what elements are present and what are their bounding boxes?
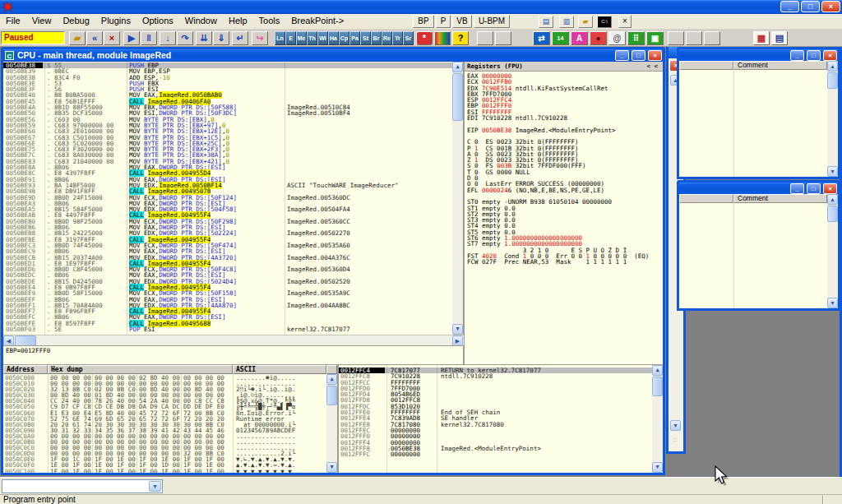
pane-button-pa[interactable]: Pa bbox=[349, 31, 360, 45]
breakpoint-dot-icon[interactable]: ● bbox=[590, 31, 607, 45]
menu-item-breakpoint[interactable]: BreakPoint-> bbox=[285, 14, 349, 29]
window-doc2-icon[interactable]: ▥ bbox=[559, 16, 574, 28]
menu-item-options[interactable]: Options bbox=[136, 14, 179, 29]
menu-p-button[interactable]: P bbox=[436, 15, 451, 28]
pane-button-th[interactable]: Th bbox=[307, 31, 317, 45]
cpu-minimize-button[interactable]: _ bbox=[615, 50, 629, 61]
cpu-maximize-button[interactable]: □ bbox=[632, 50, 645, 61]
menu-close-x-button[interactable]: × bbox=[618, 15, 632, 28]
dump-row[interactable]: 0050C1001F 00 1F 001F 00 1F 001F 00 1F 0… bbox=[3, 469, 326, 474]
menu-item-file[interactable]: File bbox=[0, 14, 26, 29]
comment-mid-vscrollbar[interactable]: ▲ ▼ bbox=[827, 194, 838, 308]
menu-ubpm-button[interactable]: U-BPM bbox=[474, 15, 510, 28]
restore-button[interactable]: □ bbox=[801, 1, 820, 12]
combo-dropdown-icon[interactable]: ▼ bbox=[149, 481, 161, 492]
comment-top-scroll-up[interactable]: ▲ bbox=[827, 61, 838, 72]
cpu-titlebar[interactable]: C CPU - main thread, module ImageRed _ □… bbox=[3, 49, 663, 62]
toolbar-blank-button-4[interactable] bbox=[686, 31, 702, 45]
run-icon[interactable]: ▶ bbox=[123, 31, 140, 45]
comment-mid-scroll-thumb[interactable] bbox=[827, 206, 838, 222]
dump-vscrollbar[interactable]: ▲ ▼ bbox=[326, 374, 337, 473]
info-pane[interactable]: EBP=0012FFF0 bbox=[3, 345, 464, 364]
animate-into-icon[interactable]: ⇊ bbox=[196, 31, 212, 45]
menu-item-help[interactable]: Help bbox=[223, 14, 253, 29]
comment-top-scroll-down[interactable]: ▼ bbox=[827, 166, 838, 177]
registers-header-marks[interactable]: < < bbox=[646, 62, 658, 71]
resize-14-icon[interactable]: 14 bbox=[552, 31, 569, 45]
registers-header[interactable]: Registers (FPU)< < bbox=[465, 62, 663, 72]
toolbar-blank-button-3[interactable] bbox=[668, 31, 684, 45]
stack-scroll-down[interactable]: ▼ bbox=[652, 462, 663, 473]
step-over-icon[interactable]: ↷ bbox=[177, 31, 193, 45]
toolbar-blank-button-5[interactable] bbox=[704, 31, 720, 45]
step-into-icon[interactable]: ↓ bbox=[160, 31, 176, 45]
restart-icon[interactable]: « bbox=[86, 31, 103, 45]
menu-item-debug[interactable]: Debug bbox=[57, 14, 95, 29]
ascii-table-icon[interactable]: A bbox=[571, 31, 588, 45]
comment-top-minimize-button[interactable]: _ bbox=[790, 50, 804, 61]
keypad-icon[interactable]: ⠿ bbox=[627, 31, 645, 45]
register-line[interactable]: EIP 0050BE38 ImageRed.<ModuleEntryPoint> bbox=[465, 127, 663, 133]
disasm-row[interactable]: 0050BF03.5EPOP ESIkernel32.7C817077 bbox=[3, 326, 452, 332]
comment-mid-close-button[interactable]: × bbox=[823, 183, 837, 194]
strip-scroll-down[interactable]: ▼ bbox=[670, 420, 681, 431]
menu-item-window[interactable]: Window bbox=[179, 14, 223, 29]
swap-panes-icon[interactable]: ⇄ bbox=[533, 31, 550, 45]
comment-top-maximize-button[interactable]: □ bbox=[807, 50, 821, 61]
register-line[interactable]: EFL 00000246 (NO,NB,E,BE,NS,PE,GE,LE) bbox=[465, 187, 663, 193]
disasm-scroll-thumb[interactable] bbox=[452, 73, 463, 121]
console-icon[interactable]: C:\ bbox=[597, 16, 612, 28]
menu-vb-button[interactable]: VB bbox=[452, 15, 472, 28]
window-doc-icon[interactable]: ▤ bbox=[539, 16, 553, 28]
disasm-row[interactable]: 0050BEE9.8B0D 58F15000MOV ECX,DWORD PTR … bbox=[3, 290, 452, 296]
pause-icon[interactable]: ‖ bbox=[141, 31, 157, 45]
dump-scroll-down[interactable]: ▼ bbox=[326, 462, 337, 473]
comment-mid-content[interactable] bbox=[679, 203, 827, 308]
disasm-row[interactable]: 0050BE83.C683 21040000 00MOV BYTE PTR DS… bbox=[3, 159, 452, 164]
toolbar-blank-button-2[interactable] bbox=[495, 31, 511, 45]
disasm-scroll-down[interactable]: ▼ bbox=[452, 324, 463, 335]
disasm-vscrollbar[interactable]: ▲ ▼ bbox=[452, 62, 463, 335]
disasm-row[interactable]: 0050BE3E.53PUSH EBX bbox=[3, 81, 452, 86]
disasm-row[interactable]: 0050BEC3.8B0D 74F45000MOV ECX,DWORD PTR … bbox=[3, 243, 452, 248]
pane-button-me[interactable]: Me bbox=[296, 31, 307, 45]
comment-top-content[interactable] bbox=[679, 70, 827, 177]
folder-icon[interactable]: ▰ bbox=[578, 16, 593, 28]
pane-button-e[interactable]: E bbox=[285, 31, 296, 45]
comment-mid-titlebar[interactable]: _ □ × bbox=[679, 183, 838, 195]
menu-bp-button[interactable]: BP bbox=[413, 15, 434, 28]
comment-top-scroll-thumb[interactable] bbox=[827, 72, 838, 89]
disasm-row[interactable]: 0050BE3B.83C4 F0ADD ESP,-10 bbox=[3, 75, 452, 81]
appearance-rainbow-icon[interactable] bbox=[434, 31, 451, 45]
dump-scroll-thumb[interactable] bbox=[326, 386, 337, 405]
disasm-scroll-up[interactable]: ▲ bbox=[452, 62, 463, 72]
disasm-row[interactable]: 0050BE8C.E8 4397F8FFCALL ImageRed.004955… bbox=[3, 170, 452, 176]
pattern-grid-blue-icon[interactable]: ▤ bbox=[771, 31, 788, 45]
comment-mid-scroll-up[interactable]: ▲ bbox=[827, 194, 838, 205]
register-line[interactable]: EDI 7C910228 ntdll.7C910228 bbox=[465, 115, 663, 121]
green-window-icon[interactable]: ▣ bbox=[646, 31, 664, 45]
disasm-row[interactable]: 0050BED6.8B0D C8F45000MOV ECX,DWORD PTR … bbox=[3, 266, 452, 272]
menu-item-tools[interactable]: Tools bbox=[253, 14, 286, 29]
command-combobox[interactable]: ▼ bbox=[2, 479, 163, 493]
comment-top-titlebar[interactable]: _ □ × bbox=[679, 49, 838, 62]
disasm-row[interactable]: 0050BEB0.8B0D 98F25000MOV ECX,DWORD PTR … bbox=[3, 219, 452, 224]
stack-scroll-thumb[interactable] bbox=[652, 377, 663, 396]
minimize-button[interactable]: _ bbox=[780, 1, 799, 12]
comment-mid-minimize-button[interactable]: _ bbox=[790, 183, 804, 194]
spiral-icon[interactable]: @ bbox=[608, 31, 626, 45]
help-icon[interactable]: ? bbox=[452, 31, 469, 45]
pane-button-sr[interactable]: Sr bbox=[403, 31, 414, 45]
disasm-row[interactable]: 0050BE38$55PUSH EBP bbox=[3, 62, 452, 68]
pane-button-br[interactable]: Br bbox=[371, 31, 382, 45]
main-titlebar[interactable]: _ □ × bbox=[0, 0, 842, 14]
toolbar-blank-button-1[interactable] bbox=[477, 31, 493, 45]
disasm-hscrollbar[interactable]: ◀ ▶ bbox=[3, 335, 464, 345]
comment-top-vscrollbar[interactable]: ▲ ▼ bbox=[827, 61, 838, 177]
pattern-grid-red-icon[interactable]: ▦ bbox=[753, 31, 770, 45]
close-button[interactable]: × bbox=[821, 1, 840, 12]
pane-button-ha[interactable]: Ha bbox=[328, 31, 339, 45]
disasm-row[interactable]: 0050BEFE.E8 8597F8FFCALL ImageRed.004956… bbox=[3, 321, 452, 326]
disasm-row[interactable]: 0050BEF7.E8 F896F8FFCALL ImageRed.004955… bbox=[3, 308, 452, 314]
pane-button-ln[interactable]: Ln bbox=[275, 31, 285, 45]
